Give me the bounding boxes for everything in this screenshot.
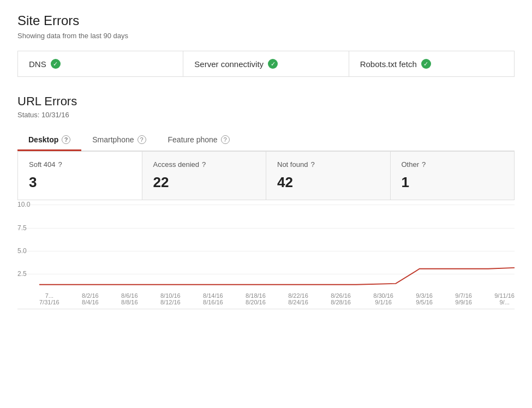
x-label-6: 8/22/16 8/24/16 [288,292,308,305]
not-found-help-icon[interactable]: ? [310,160,314,169]
not-found-value: 42 [277,174,379,191]
not-found-card[interactable]: Not found ? 42 [266,152,391,200]
tab-desktop-label: Desktop [28,135,58,144]
tab-feature-phone-label: Feature phone [168,135,218,144]
x-label-10: 9/7/16 9/9/16 [455,292,472,305]
tab-feature-phone[interactable]: Feature phone ? [157,130,241,151]
soft-404-card[interactable]: Soft 404 ? 3 [18,152,142,200]
access-denied-help-icon[interactable]: ? [202,160,206,169]
x-axis: 7... 7/31/16 8/2/16 8/4/16 8/6/16 8/8/16… [39,292,515,309]
y-label-10: 10.0 [17,201,30,208]
dns-check-icon: ✓ [51,59,61,69]
other-title: Other ? [402,160,504,169]
tabs: Desktop ? Smartphone ? Feature phone ? [17,130,515,151]
access-denied-card[interactable]: Access denied ? 22 [142,152,267,200]
site-errors-title: Site Errors [17,13,515,28]
x-label-2: 8/6/16 8/8/16 [121,292,138,305]
x-label-4: 8/14/16 8/16/16 [203,292,223,305]
tab-smartphone[interactable]: Smartphone ? [81,130,157,151]
robots-fetch-label: Robots.txt fetch [360,59,417,69]
server-connectivity-label: Server connectivity [194,59,264,69]
subtitle: Showing data from the last 90 days [17,32,515,40]
error-cards: Soft 404 ? 3 Access denied ? 22 Not foun… [17,151,515,200]
not-found-title: Not found ? [277,160,379,169]
soft-404-value: 3 [29,174,131,191]
feature-phone-help-icon[interactable]: ? [221,135,230,144]
status-boxes: DNS ✓ Server connectivity ✓ Robots.txt f… [17,51,515,77]
x-label-7: 8/26/16 8/28/16 [331,292,351,305]
smartphone-help-icon[interactable]: ? [138,135,146,144]
x-label-3: 8/10/16 8/12/16 [160,292,181,305]
y-label-25: 2.5 [17,270,27,278]
server-connectivity-status-box[interactable]: Server connectivity ✓ [183,51,349,76]
url-errors-title: URL Errors [17,94,515,109]
x-label-11: 9/11/16 9/... [494,292,515,305]
robots-fetch-check-icon: ✓ [421,59,431,69]
chart-area: 10.0 7.5 5.0 2.5 7... 7/31/16 8/2/16 8/4… [17,200,515,309]
tab-desktop[interactable]: Desktop ? [17,130,81,151]
x-label-9: 9/3/16 9/5/16 [416,292,433,305]
other-help-icon[interactable]: ? [422,160,426,169]
soft404-help-icon[interactable]: ? [58,160,62,169]
tab-smartphone-label: Smartphone [92,135,134,144]
x-label-8: 8/30/16 9/1/16 [373,292,393,305]
other-card[interactable]: Other ? 1 [391,152,515,200]
desktop-help-icon[interactable]: ? [62,135,70,144]
dns-label: DNS [29,59,46,69]
access-denied-title: Access denied ? [153,160,255,169]
chart-svg [39,200,515,287]
dns-status-box[interactable]: DNS ✓ [18,51,183,76]
x-label-0: 7... 7/31/16 [39,292,59,305]
y-label-50: 5.0 [17,247,27,255]
x-label-5: 8/18/16 8/20/16 [246,292,266,305]
robots-fetch-status-box[interactable]: Robots.txt fetch ✓ [349,51,514,76]
status-date: Status: 10/31/16 [17,111,515,119]
server-connectivity-check-icon: ✓ [268,59,278,69]
soft-404-title: Soft 404 ? [29,160,131,169]
access-denied-value: 22 [153,174,255,191]
x-label-1: 8/2/16 8/4/16 [82,292,99,305]
y-label-75: 7.5 [17,224,27,232]
other-value: 1 [402,174,504,191]
